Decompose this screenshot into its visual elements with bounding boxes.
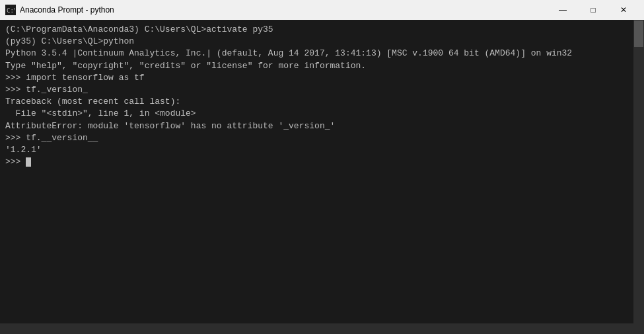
maximize-button[interactable]: □ [578, 0, 608, 20]
terminal-line: Traceback (most recent call last): [5, 96, 639, 108]
svg-text:C:\: C:\ [7, 7, 15, 14]
terminal-line: >>> import tensorflow as tf [5, 72, 639, 84]
terminal-line: AttributeError: module 'tensorflow' has … [5, 120, 639, 132]
terminal-line: (py35) C:\Users\QL>python [5, 36, 639, 48]
terminal-line: '1.2.1' [5, 144, 639, 156]
title-bar-controls: — □ ✕ [548, 0, 639, 20]
terminal-line: File "<stdin>", line 1, in <module> [5, 108, 639, 120]
window: C:\ Anaconda Prompt - python — □ ✕ (C:\P… [0, 0, 644, 334]
cursor [26, 157, 31, 167]
terminal-line: >>> [5, 156, 639, 168]
terminal-line: (C:\ProgramData\Anaconda3) C:\Users\QL>a… [5, 24, 639, 36]
minimize-button[interactable]: — [548, 0, 578, 20]
scrollbar-thumb[interactable] [634, 21, 643, 47]
terminal-body[interactable]: (C:\ProgramData\Anaconda3) C:\Users\QL>a… [0, 20, 644, 334]
terminal-line: >>> tf._version_ [5, 84, 639, 96]
vertical-scrollbar[interactable] [633, 20, 644, 334]
terminal-output: (C:\ProgramData\Anaconda3) C:\Users\QL>a… [5, 24, 639, 168]
terminal-line: >>> tf.__version__ [5, 132, 639, 144]
terminal-icon: C:\ [5, 5, 16, 15]
horizontal-scrollbar[interactable] [0, 323, 633, 334]
title-bar: C:\ Anaconda Prompt - python — □ ✕ [0, 0, 644, 20]
terminal-line: Type "help", "copyright", "credits" or "… [5, 60, 639, 72]
title-bar-left: C:\ Anaconda Prompt - python [5, 5, 114, 15]
window-title: Anaconda Prompt - python [20, 5, 114, 15]
terminal-line: Python 3.5.4 |Continuum Analytics, Inc.|… [5, 48, 639, 60]
close-button[interactable]: ✕ [608, 0, 639, 20]
